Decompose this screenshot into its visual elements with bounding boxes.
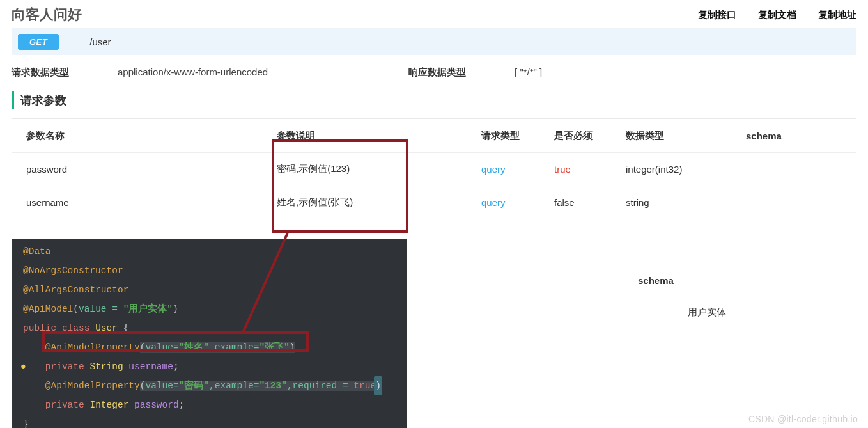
code-token: username <box>128 361 173 372</box>
schema-entity: 用户实体 <box>638 306 726 319</box>
table-row: username 姓名,示例值(张飞) query false string <box>12 186 856 219</box>
cell-name: username <box>12 197 268 208</box>
code-token: class <box>62 323 95 333</box>
cell-reqtype: query <box>479 164 552 175</box>
code-token: value= <box>145 342 178 353</box>
col-reqtype: 请求类型 <box>479 130 552 142</box>
response-type-label: 响应数据类型 <box>408 67 515 79</box>
code-token: { <box>123 323 129 333</box>
code-token: ,example= <box>209 342 259 353</box>
cell-dtype: string <box>623 197 743 208</box>
copy-api-button[interactable]: 复制接口 <box>698 9 736 21</box>
code-token: value = <box>79 304 123 314</box>
cell-required: false <box>552 197 623 208</box>
code-token: "姓名" <box>179 342 209 353</box>
code-token: ; <box>179 400 185 410</box>
request-type-value: application/x-www-form-urlencoded <box>118 67 268 79</box>
response-type-value: [ "*/*" ] <box>515 67 542 79</box>
col-dtype: 数据类型 <box>623 130 743 142</box>
cell-desc: 密码,示例值(123) <box>268 163 479 175</box>
code-token: @AllArgsConstructor <box>23 285 128 295</box>
code-token: @Data <box>23 246 51 257</box>
code-token: ( <box>73 304 79 314</box>
code-token: "密码" <box>179 381 209 391</box>
code-token: Integer <box>89 400 134 410</box>
http-method-badge: GET <box>18 34 59 50</box>
lower-schema-block: schema 用户实体 <box>638 275 726 319</box>
col-name: 参数名称 <box>12 130 268 142</box>
code-token: true <box>353 381 376 391</box>
endpoint-path: /user <box>89 36 111 47</box>
page-header: 向客人问好 复制接口 复制文档 复制地址 <box>0 0 868 28</box>
meta-row: 请求数据类型 application/x-www-form-urlencoded… <box>0 63 868 88</box>
copy-doc-button[interactable]: 复制文档 <box>758 9 796 21</box>
code-token: @ApiModel <box>23 304 73 314</box>
code-snippet: @Data @NoArgsConstructor @AllArgsConstru… <box>12 239 407 428</box>
code-token: @ApiModelProperty <box>45 342 140 353</box>
params-table: 参数名称 参数说明 请求类型 是否必须 数据类型 schema password… <box>12 118 856 219</box>
request-params-heading: 请求参数 <box>12 91 856 109</box>
schema-label: schema <box>638 275 726 286</box>
col-desc: 参数说明 <box>268 130 479 142</box>
code-token: ,example= <box>209 381 259 391</box>
table-row: password 密码,示例值(123) query true integer(… <box>12 152 856 186</box>
col-required: 是否必须 <box>552 130 623 142</box>
header-actions: 复制接口 复制文档 复制地址 <box>698 9 856 21</box>
watermark: CSDN @itl-coder.github.io <box>748 414 858 424</box>
code-token: User <box>95 323 123 333</box>
code-token: public <box>23 323 62 333</box>
col-schema: schema <box>743 131 856 141</box>
code-token: value= <box>145 381 178 391</box>
lightbulb-icon[interactable]: ● <box>20 357 26 376</box>
code-token: ; <box>173 361 179 372</box>
code-token: password <box>134 400 179 410</box>
table-header: 参数名称 参数说明 请求类型 是否必须 数据类型 schema <box>12 119 856 152</box>
code-token: @ApiModelProperty <box>45 381 140 391</box>
code-token: "张飞" <box>259 342 289 353</box>
code-token: ) <box>173 304 178 314</box>
endpoint-bar: GET /user <box>12 28 856 55</box>
code-token: @NoArgsConstructor <box>23 266 123 276</box>
cell-dtype: integer(int32) <box>623 164 743 175</box>
code-token: private <box>45 400 90 410</box>
code-token: } <box>23 419 29 428</box>
code-token: "用户实体" <box>123 304 173 314</box>
cell-name: password <box>12 164 268 175</box>
code-token: ,required = <box>287 381 353 391</box>
cell-required: true <box>552 164 623 175</box>
code-token: String <box>89 361 128 372</box>
cell-reqtype: query <box>479 197 552 208</box>
code-token: private <box>45 361 90 372</box>
request-type-label: 请求数据类型 <box>12 67 118 79</box>
copy-url-button[interactable]: 复制地址 <box>818 9 856 21</box>
cell-desc: 姓名,示例值(张飞) <box>268 196 479 209</box>
page-title: 向客人问好 <box>12 5 82 24</box>
code-token: "123" <box>259 381 287 391</box>
